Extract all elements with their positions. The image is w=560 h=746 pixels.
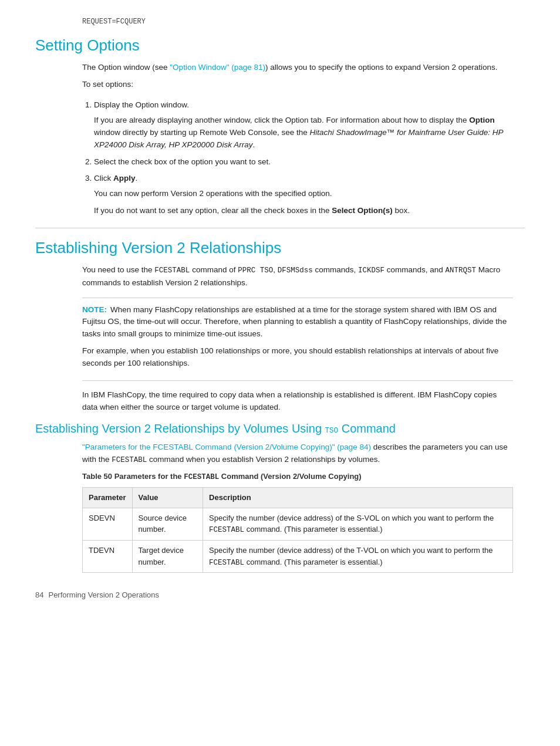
tso-code: TSO [325,427,339,435]
tso-intro: "Parameters for the FCESTABL Command (Ve… [82,441,513,466]
option-window-link[interactable]: "Option Window" (page 81) [170,63,265,72]
intro-after: ) allows you to specify the options to e… [265,63,498,72]
step-3-detail1: You can now perform Version 2 operations… [94,188,513,200]
intro-text: The Option window (see [82,63,170,72]
col-description: Description [203,487,513,508]
footer-chapter: Performing Version 2 Operations [48,590,159,599]
establishing-title: Establishing Version 2 Relationships [35,239,525,257]
code-antrqst: ANTRQST [446,266,477,275]
tdevn-description: Specify the number (device address) of t… [203,541,513,573]
step-1: Display the Option window. If you are al… [94,99,513,151]
sdevn-description: Specify the number (device address) of t… [203,508,513,540]
steps-list: Display the Option window. If you are al… [94,99,513,217]
establishing-intro: You need to use the FCESTABL command of … [82,264,513,414]
note-label: NOTE: [82,305,107,314]
step-3: Click Apply. You can now perform Version… [94,173,513,217]
table-row: TDEVN Target device number. Specify the … [83,541,513,573]
step-1-text: Display the Option window. [94,100,189,109]
footer: 84 Performing Version 2 Operations [35,590,525,599]
sdevn-code: FCESTABL [209,526,244,534]
col-value: Value [132,487,203,508]
establishing-tso-title: Establishing Version 2 Relationships by … [35,422,525,436]
col-parameter: Parameter [83,487,133,508]
setting-options-intro: The Option window (see "Option Window" (… [82,62,513,91]
note-text: When many FlashCopy relationships are es… [82,305,507,339]
section-divider-1 [35,228,525,228]
sdevn-value: Source device number. [132,508,203,540]
footer-page-number: 84 [35,590,43,599]
sdevn-param: SDEVN [83,508,133,540]
step-3-detail2: If you do not want to set any option, cl… [94,205,513,217]
code-ickdsf: ICKDSF [358,266,384,275]
table-caption: Table 50 Parameters for the FCESTABL Com… [82,471,513,483]
code-dfsmsdss: DFSMSdss [278,266,313,275]
table-row: SDEVN Source device number. Specify the … [83,508,513,540]
fcestabl-link[interactable]: "Parameters for the FCESTABL Command (Ve… [82,443,371,451]
tdevn-param: TDEVN [83,541,133,573]
tdevn-value: Target device number. [132,541,203,573]
setting-options-steps: Display the Option window. If you are al… [82,99,513,217]
code-fcestabl-2: FCESTABL [112,456,147,464]
establishing-tso-content: "Parameters for the FCESTABL Command (Ve… [82,441,513,573]
note-block: NOTE:When many FlashCopy relationships a… [82,298,513,382]
params-table: Parameter Value Description SDEVN Source… [82,487,513,573]
code-pprc-tso: PPRC TSO [238,266,273,275]
table-header-row: Parameter Value Description [83,487,513,508]
request-header: REQUEST=FCQUERY [82,18,525,26]
tdevn-code: FCESTABL [209,559,244,567]
ibm-flashcopy-text: In IBM FlashCopy, the time required to c… [82,389,513,414]
note-example: For example, when you establish 100 rela… [82,345,513,370]
step-2: Select the check box of the option you w… [94,156,513,168]
code-fcestabl: FCESTABL [154,266,190,275]
setting-options-title: Setting Options [35,36,525,55]
step-1-detail: If you are already displaying another wi… [94,114,513,151]
to-set-label: To set options: [82,79,513,91]
